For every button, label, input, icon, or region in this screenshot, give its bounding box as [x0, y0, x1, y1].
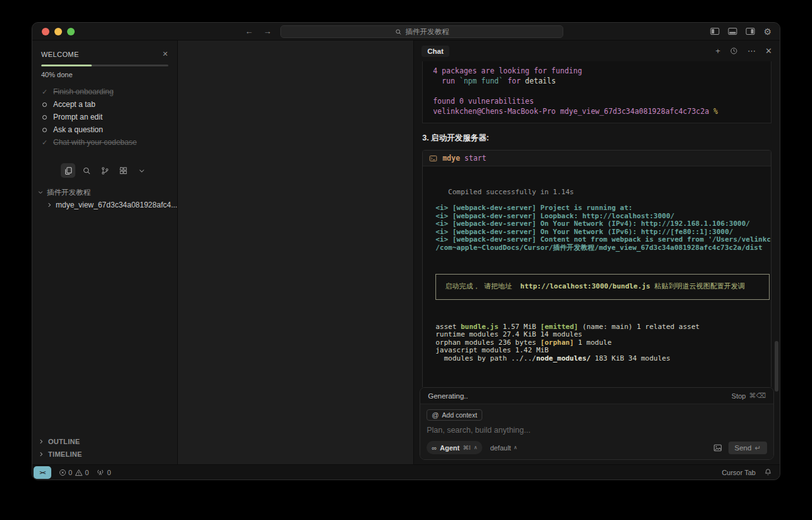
agent-mode-selector[interactable]: ∞ Agent ⌘I ∧ [427, 441, 482, 454]
welcome-panel: WELCOME ✕ 40% done ✓ Finish onboarding A… [32, 40, 177, 149]
terminal-output-lines: asset bundle.js 1.57 MiB [emitted] (name… [435, 323, 771, 363]
task-chat-with-codebase[interactable]: ✓ Chat with your codebase [41, 136, 168, 149]
problems-indicator[interactable]: 0 0 [59, 469, 89, 476]
source-control-icon[interactable] [97, 163, 112, 178]
generating-label: Generating.. [428, 392, 468, 400]
stop-shortcut: ⌘⌫ [749, 392, 766, 400]
task-prompt-an-edit[interactable]: Prompt an edit [41, 111, 168, 123]
check-icon: ✓ [41, 88, 48, 96]
search-files-icon[interactable] [79, 163, 94, 178]
circle-icon [42, 115, 47, 120]
settings-gear-icon[interactable]: ⚙ [763, 27, 771, 36]
check-icon: ✓ [41, 139, 48, 147]
terminal-icon [429, 154, 437, 163]
infinity-icon: ∞ [432, 444, 437, 452]
chat-tabbar: Chat + ⋯ ✕ [414, 40, 780, 61]
warning-icon [75, 469, 83, 476]
chat-input[interactable] [427, 426, 767, 437]
extensions-icon[interactable] [116, 163, 130, 178]
model-selector[interactable]: default ∧ [490, 444, 517, 452]
close-panel-icon[interactable]: ✕ [765, 46, 772, 56]
circle-icon [42, 102, 47, 107]
search-icon [395, 28, 402, 35]
terminal-output-npm: 4 packages are looking for funding run `… [422, 61, 771, 123]
chat-panel: Chat + ⋯ ✕ 4 packages are looking for fu… [413, 40, 780, 464]
cursor-tab-status[interactable]: Cursor Tab [721, 469, 756, 476]
chat-messages[interactable]: 4 packages are looking for funding run `… [414, 61, 780, 387]
send-button[interactable]: Send ↵ [728, 442, 768, 454]
remote-icon: >< [40, 469, 46, 476]
sidebar: WELCOME ✕ 40% done ✓ Finish onboarding A… [32, 40, 178, 464]
new-chat-icon[interactable]: + [716, 46, 721, 56]
chevron-collapsed-icon [46, 202, 53, 208]
tree-folder-root[interactable]: 插件开发教程 [32, 186, 177, 199]
scrollbar-thumb[interactable] [775, 341, 778, 392]
chevron-collapsed-icon [38, 438, 44, 445]
chevron-collapsed-icon [38, 451, 44, 457]
at-icon: @ [432, 411, 439, 419]
toggle-secondary-sidebar-icon[interactable] [746, 27, 755, 35]
file-tree: 插件开发教程 mdye_view_67d3c34a081928afc4... [32, 186, 177, 211]
status-bar: >< 0 0 [32, 464, 780, 480]
zoom-window-icon[interactable] [67, 28, 75, 35]
history-icon[interactable] [730, 47, 738, 55]
terminal-block-header: mdye start [423, 151, 771, 166]
task-ask-a-question[interactable]: Ask a question [41, 123, 168, 136]
circle-icon [42, 128, 47, 132]
notifications-bell-icon[interactable] [764, 468, 772, 476]
step-heading: 3. 启动开发服务器: [422, 133, 771, 144]
add-context-chip[interactable]: @ Add context [427, 409, 482, 421]
warning-count: 0 [85, 469, 89, 476]
onboarding-checklist: ✓ Finish onboarding Accept a tab Prompt … [41, 85, 168, 149]
explorer-files-icon[interactable] [61, 163, 75, 178]
explorer-toolbar [32, 163, 177, 178]
welcome-title: WELCOME [41, 51, 79, 58]
attach-image-icon[interactable] [713, 444, 722, 452]
stop-button[interactable]: Stop ⌘⌫ [732, 392, 766, 400]
titlebar: ← → 插件开发教程 [32, 23, 780, 40]
welcome-close-icon[interactable]: ✕ [163, 50, 169, 58]
tab-chat[interactable]: Chat [422, 46, 449, 57]
chevron-up-icon: ∧ [474, 445, 478, 450]
onboarding-progress-fill [41, 65, 92, 66]
command-arg: start [465, 154, 487, 163]
toggle-primary-sidebar-icon[interactable] [710, 27, 720, 35]
generation-status-row: Generating.. Stop ⌘⌫ [420, 388, 773, 404]
onboarding-progress-bar [41, 65, 168, 66]
traffic-lights [42, 28, 75, 35]
timeline-section[interactable]: TIMELINE [32, 448, 177, 461]
task-accept-a-tab[interactable]: Accept a tab [41, 98, 168, 111]
more-actions-icon[interactable]: ⋯ [747, 46, 756, 56]
command-name: mdye [442, 154, 460, 163]
close-window-icon[interactable] [42, 28, 49, 35]
outline-section[interactable]: OUTLINE [32, 435, 177, 448]
remote-indicator-button[interactable]: >< [34, 466, 51, 479]
chevron-up-icon: ∧ [513, 445, 517, 450]
progress-label: 40% done [41, 71, 168, 78]
app-window: ← → 插件开发教程 [32, 22, 780, 480]
chevron-down-icon[interactable] [134, 163, 149, 178]
back-button[interactable]: ← [245, 27, 253, 36]
chat-composer: Generating.. Stop ⌘⌫ @ Add context ∞ [420, 387, 774, 460]
startup-notice-box: 启动完成， 请把地址 http://localhost:3000/bundle.… [435, 274, 770, 300]
task-finish-onboarding[interactable]: ✓ Finish onboarding [41, 85, 168, 98]
terminal-output-lines: Compiled successfully in 1.14s <i> [webp… [435, 189, 771, 252]
chevron-expanded-icon [37, 189, 44, 195]
error-count: 0 [68, 469, 72, 476]
broadcast-tower-icon [96, 468, 104, 476]
enter-key-icon: ↵ [754, 443, 761, 452]
forward-button[interactable]: → [263, 27, 272, 36]
terminal-block-body: Compiled successfully in 1.14s <i> [webp… [423, 166, 771, 383]
error-icon [59, 469, 66, 476]
command-center-search[interactable]: 插件开发教程 [280, 25, 563, 38]
minimize-window-icon[interactable] [54, 28, 62, 35]
tree-item-mdye-view[interactable]: mdye_view_67d3c34a081928afc4... [32, 199, 177, 211]
toggle-panel-icon[interactable] [728, 27, 737, 35]
terminal-block: mdye start Compiled successfully in 1.14… [422, 150, 771, 387]
editor-area [178, 40, 413, 464]
broadcast-indicator[interactable]: 0 [96, 468, 111, 476]
broadcast-count: 0 [107, 469, 111, 476]
search-label: 插件开发教程 [406, 27, 449, 37]
